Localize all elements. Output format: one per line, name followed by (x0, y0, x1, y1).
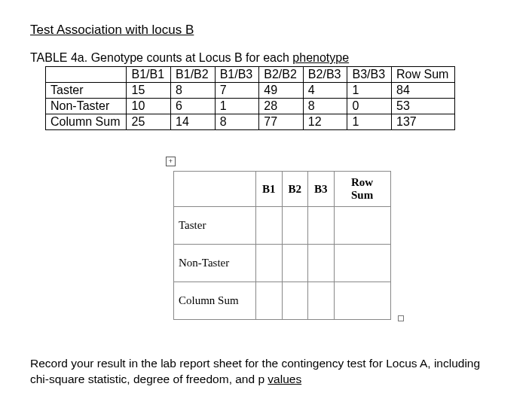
table-row: Column Sum 25 14 8 77 12 1 137 (46, 114, 455, 130)
cell: 4 (303, 83, 347, 99)
cell-input[interactable] (334, 245, 390, 282)
instruction-text: Record your result in the lab report she… (30, 356, 482, 388)
cell: 12 (303, 114, 347, 130)
cell-input[interactable] (256, 282, 283, 320)
cell: 49 (259, 83, 304, 99)
table-4b[interactable]: B1 B2 B3 Row Sum Taster Non-Taster Colum… (173, 171, 391, 320)
cell-input[interactable] (308, 207, 335, 245)
table-4b-header-b3: B3 (308, 172, 335, 207)
cell-input[interactable] (334, 207, 390, 245)
cell: 6 (171, 99, 216, 114)
table-4a-header-b1b1: B1/B1 (127, 67, 171, 83)
table-4a: B1/B1 B1/B2 B1/B3 B2/B2 B2/B3 B3/B3 Row … (45, 66, 455, 130)
row-label: Non-Taster (174, 245, 256, 282)
table-row: Taster 15 8 7 49 4 1 84 (46, 83, 455, 99)
expand-handle-icon[interactable]: + (166, 157, 176, 166)
cell: 8 (215, 114, 259, 130)
cell: 10 (127, 99, 171, 114)
cell: 15 (127, 83, 171, 99)
cell: 0 (347, 99, 392, 114)
table-4a-header-b1b3: B1/B3 (215, 67, 259, 83)
instruction-values-link[interactable]: values (268, 373, 301, 385)
cell: 14 (171, 114, 216, 130)
caption-text: TABLE 4a. Genotype counts at Locus B for… (30, 51, 292, 64)
cell: 84 (392, 83, 455, 99)
table-4a-header-row: B1/B1 B1/B2 B1/B3 B2/B2 B2/B3 B3/B3 Row … (46, 67, 455, 83)
table-4a-header-b1b2: B1/B2 (171, 67, 216, 83)
cell-input[interactable] (256, 245, 283, 282)
cell-input[interactable] (308, 282, 335, 320)
instruction-body: Record your result in the lab report she… (30, 357, 480, 385)
caption-phenotype: phenotype (292, 51, 349, 64)
cell: 8 (303, 99, 347, 114)
resize-handle-icon[interactable] (398, 315, 404, 321)
cell: 1 (347, 114, 392, 130)
table-4b-header-rowsum: Row Sum (334, 172, 390, 207)
table-4a-header-b2b3: B2/B3 (303, 67, 347, 83)
cell: 25 (127, 114, 171, 130)
table-4b-header-row: B1 B2 B3 Row Sum (174, 172, 391, 207)
table-4a-caption: TABLE 4a. Genotype counts at Locus B for… (30, 51, 502, 65)
cell: 77 (259, 114, 304, 130)
section-title: Test Association with locus B (30, 23, 502, 38)
table-row: Non-Taster (174, 245, 391, 282)
cell-input[interactable] (282, 245, 308, 282)
cell-input[interactable] (282, 282, 308, 320)
table-4b-header-b2: B2 (282, 172, 308, 207)
row-label: Taster (46, 83, 127, 99)
cell: 53 (392, 99, 455, 114)
cell: 28 (259, 99, 304, 114)
table-4b-header-blank (174, 172, 256, 207)
table-4b-header-b1: B1 (256, 172, 283, 207)
cell-input[interactable] (256, 207, 283, 245)
table-4a-header-b2b2: B2/B2 (259, 67, 304, 83)
cell-input[interactable] (282, 207, 308, 245)
row-label: Taster (174, 207, 256, 245)
table-row: Taster (174, 207, 391, 245)
cell-input[interactable] (334, 282, 390, 320)
table-4a-header-b3b3: B3/B3 (347, 67, 392, 83)
table-4a-header-blank (46, 67, 127, 83)
cell: 1 (347, 83, 392, 99)
cell: 137 (392, 114, 455, 130)
cell: 8 (171, 83, 216, 99)
row-label: Column Sum (46, 114, 127, 130)
cell: 7 (215, 83, 259, 99)
table-4a-header-rowsum: Row Sum (392, 67, 455, 83)
cell: 1 (215, 99, 259, 114)
table-row: Column Sum (174, 282, 391, 320)
cell-input[interactable] (308, 245, 335, 282)
row-label: Non-Taster (46, 99, 127, 114)
table-row: Non-Taster 10 6 1 28 8 0 53 (46, 99, 455, 114)
row-label: Column Sum (174, 282, 256, 320)
